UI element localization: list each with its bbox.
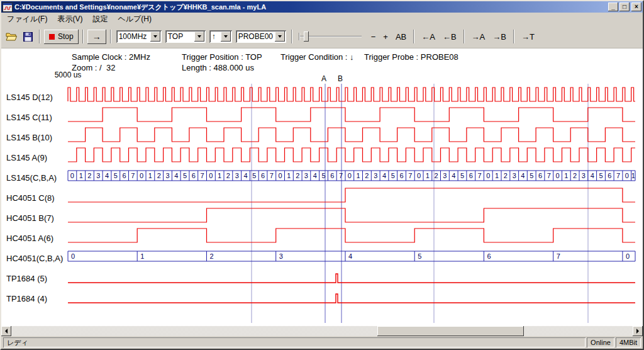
bus-value: 6 [399,172,403,179]
bus-value: 6 [538,172,542,179]
sample-rate-dropdown-button[interactable] [150,31,160,42]
channel-label: TP1684 (4) [6,294,47,303]
status-memory: 4MBit [616,337,641,347]
jump-to-b-right-button[interactable]: →B [489,31,509,43]
jump-to-a-right-button[interactable]: →A [469,31,489,43]
bus-value: 1 [426,172,430,179]
window-title: C:¥Documents and Settings¥noname¥デスクトップ¥… [14,3,607,12]
channel-label: HC4051 B(7) [6,213,54,223]
chevron-down-icon [224,35,228,38]
run-button[interactable]: → [87,30,106,44]
bus-value: 6 [192,172,196,179]
main-content: Sample Clock : 2MHz Trigger Position : T… [1,48,643,326]
maximize-icon: □ [623,4,626,10]
zoom-out-button[interactable]: − [368,31,379,43]
channel-label: LS145 B(10) [6,133,52,142]
trigger-edge-value: ↑ [209,32,219,41]
ab-range-button[interactable]: AB [392,31,409,43]
bus-value: 5 [599,172,602,179]
zoom-slider[interactable] [299,30,362,43]
bus-value: 2 [296,172,299,179]
bus-value: 0 [625,172,629,179]
stop-button[interactable]: Stop [44,30,79,44]
bus-value: 0 [348,172,352,179]
bus-value: 6 [261,172,265,179]
horizontal-scrollbar[interactable] [1,326,643,336]
waveform-trace [68,188,635,202]
scrollbar-track[interactable] [11,326,633,336]
bus-value: 4 [521,172,525,179]
bus-value: 4 [452,172,455,179]
trigger-position-value: TOP [165,32,193,41]
trigger-probe-value: PROBE00 [236,32,274,41]
trigger-edge-dropdown-button[interactable] [221,31,231,42]
run-arrow-icon: → [92,31,101,42]
save-button[interactable] [20,29,35,44]
bus-value: 7 [616,172,620,179]
marker-b-label: B [338,74,343,83]
jump-to-trigger-button[interactable]: →T [518,31,538,43]
bus-value: 6 [487,252,491,260]
bus-value: 0 [140,172,143,179]
close-button[interactable]: × [631,3,641,11]
scroll-right-button[interactable] [633,326,643,336]
zoom-in-button[interactable]: + [380,31,391,43]
waveform-canvas[interactable]: 5000 usABLS145 D(12)LS145 C(11)LS145 B(1… [1,48,643,326]
toolbar-separator [82,30,84,43]
sample-rate-select[interactable]: 100MHz [116,30,162,43]
waveform-trace [68,229,635,242]
open-file-button[interactable] [4,29,19,44]
minimize-button[interactable]: _ [608,3,618,11]
maximize-button[interactable]: □ [619,3,630,11]
close-icon: × [635,4,638,10]
trigger-position-dropdown-button[interactable] [194,31,204,42]
trigger-probe-select[interactable]: PROBE00 [236,30,286,43]
bus-value: 5 [530,172,533,179]
bus-value: 4 [174,172,178,179]
chevron-down-icon [153,35,157,38]
channel-label: HC4051 A(6) [6,234,53,243]
menu-item-help[interactable]: ヘルプ(H) [113,12,157,26]
trigger-probe-dropdown-button[interactable] [275,31,285,42]
scroll-right-icon [636,329,639,334]
waveform-trace [68,128,635,142]
bus-value: 3 [279,252,283,260]
menu-item-view[interactable]: 表示(V) [52,12,87,26]
trigger-edge-select[interactable]: ↑ [209,30,232,43]
scrollbar-thumb[interactable] [377,326,524,336]
jump-to-b-left-button[interactable]: ←B [440,31,460,43]
bus-value: 1 [218,172,221,179]
bus-value: 6 [608,172,611,179]
zoom-slider-handle[interactable] [304,31,309,42]
trigger-position-select[interactable]: TOP [165,30,206,43]
marker-a-label: A [321,74,326,83]
bus-value: 7 [557,252,560,260]
bus-value: 5 [391,172,395,179]
bus-value: 6 [123,172,126,179]
toolbar-separator [413,30,414,43]
bus-value: 3 [235,172,239,179]
bus-value: 1 [79,172,83,179]
scroll-left-button[interactable] [1,326,11,336]
sample-rate-value: 100MHz [116,32,149,41]
waveform-trace [68,274,635,283]
bus-value: 4 [313,172,317,179]
menu-item-settings[interactable]: 設定 [87,12,113,26]
bus-value: 5 [418,252,421,260]
bus-value: 7 [547,172,551,179]
menu-item-file[interactable]: ファイル(F) [2,12,52,26]
zoom-slider-track[interactable] [300,36,362,37]
bus-value: 1 [357,172,360,179]
toolbar-separator [291,30,292,43]
jump-to-a-left-button[interactable]: ←A [418,31,438,43]
app-icon [3,3,13,12]
bus-value: 1 [495,172,499,179]
bus-value: 3 [443,172,447,179]
bus-value: 5 [460,172,464,179]
bus-value: 0 [71,252,75,260]
bus-value: 3 [96,172,100,179]
bus-value: 4 [105,172,109,179]
bus-value: 1 [564,172,568,179]
bus-value: 5 [252,172,256,179]
bus-value: 2 [87,172,91,179]
